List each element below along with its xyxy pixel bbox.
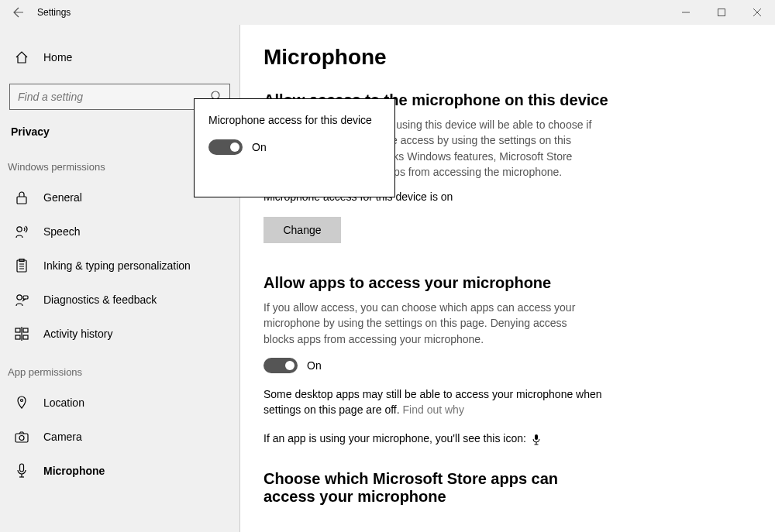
device-access-toggle[interactable]	[208, 139, 243, 155]
sidebar-item-camera[interactable]: Camera	[0, 420, 239, 454]
microphone-icon	[14, 463, 29, 479]
microphone-indicator-icon	[532, 434, 540, 445]
svg-point-20	[19, 436, 24, 441]
arrow-left-icon	[12, 6, 25, 19]
section2-note: Some desktop apps may still be able to a…	[264, 387, 604, 417]
clipboard-icon	[14, 258, 29, 273]
sidebar-item-activity[interactable]: Activity history	[0, 317, 239, 351]
svg-rect-4	[17, 197, 26, 204]
microphone-access-popup: Microphone access for this device On	[194, 98, 395, 197]
close-button[interactable]	[739, 0, 775, 25]
minimize-button[interactable]	[668, 0, 704, 25]
svg-rect-24	[535, 434, 538, 440]
timeline-icon	[14, 326, 29, 342]
nav-label: Diagnostics & feedback	[43, 293, 157, 306]
sidebar-item-diagnostics[interactable]: Diagnostics & feedback	[0, 283, 239, 317]
svg-rect-16	[23, 335, 28, 339]
change-button[interactable]: Change	[264, 217, 341, 243]
svg-rect-12	[23, 296, 28, 299]
nav-label: Camera	[43, 431, 82, 443]
nav-label: Activity history	[43, 328, 112, 340]
maximize-icon	[718, 9, 725, 16]
section2-heading: Allow apps to access your microphone	[264, 274, 752, 292]
svg-rect-15	[23, 328, 28, 332]
speech-icon	[14, 224, 29, 239]
sidebar-item-location[interactable]: Location	[0, 386, 239, 420]
lock-icon	[14, 190, 29, 205]
group-label-app-permissions: App permissions	[0, 366, 239, 378]
svg-point-18	[21, 400, 23, 402]
toggle-knob	[285, 361, 294, 370]
svg-rect-1	[718, 9, 725, 16]
svg-rect-14	[16, 335, 20, 339]
maximize-button[interactable]	[704, 0, 739, 25]
nav-label: Microphone	[43, 465, 105, 477]
svg-point-11	[17, 295, 22, 300]
device-access-toggle-label: On	[252, 141, 267, 153]
sidebar-item-inking[interactable]: Inking & typing personalization	[0, 249, 239, 283]
sidebar-home-label: Home	[43, 51, 72, 63]
toggle-knob	[230, 142, 239, 152]
apps-access-toggle[interactable]	[264, 358, 298, 373]
sidebar-item-microphone[interactable]: Microphone	[0, 454, 239, 488]
minimize-icon	[682, 9, 690, 16]
apps-access-toggle-label: On	[307, 359, 322, 372]
nav-label: Speech	[43, 225, 80, 238]
section2-desc: If you allow access, you can choose whic…	[264, 300, 597, 347]
find-out-why-link[interactable]: Find out why	[403, 403, 464, 416]
sidebar-home[interactable]: Home	[0, 40, 239, 74]
nav-label: General	[43, 191, 82, 204]
svg-point-5	[17, 227, 22, 232]
close-icon	[753, 9, 761, 16]
location-icon	[14, 395, 29, 410]
svg-rect-19	[16, 434, 28, 442]
sidebar-item-speech[interactable]: Speech	[0, 215, 239, 249]
nav-label: Location	[43, 396, 84, 409]
popup-title: Microphone access for this device	[208, 113, 381, 127]
section2-icon-note: If an app is using your microphone, you'…	[264, 431, 604, 447]
window-title: Settings	[37, 7, 71, 18]
page-title: Microphone	[264, 45, 752, 70]
home-icon	[14, 50, 29, 65]
section3-heading: Choose which Microsoft Store apps can ac…	[264, 470, 604, 506]
back-button[interactable]	[6, 0, 31, 25]
feedback-icon	[14, 292, 29, 307]
camera-icon	[14, 429, 29, 444]
svg-rect-13	[16, 328, 20, 332]
nav-label: Inking & typing personalization	[43, 259, 191, 272]
svg-rect-21	[20, 464, 24, 472]
